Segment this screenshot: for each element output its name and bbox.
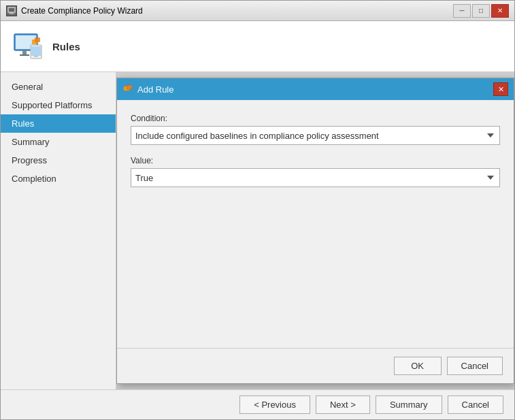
svg-rect-5 (22, 50, 27, 54)
wizard-content: Rules General Supported Platforms Rules … (1, 21, 514, 419)
modal-title-text: Add Rule (137, 84, 173, 95)
modal-body: Condition: Include configured baselines … (117, 100, 514, 348)
cancel-button[interactable]: Cancel (448, 395, 503, 414)
condition-select[interactable]: Include configured baselines in complian… (131, 126, 500, 145)
modal-icon (122, 84, 133, 95)
main-content: Specify the rules for a compliant device (116, 72, 514, 389)
wizard-header: Rules (1, 21, 514, 72)
ok-button[interactable]: OK (394, 357, 442, 375)
previous-button[interactable]: < Previous (239, 395, 310, 414)
minimize-button[interactable]: ─ (453, 4, 471, 18)
modal-close-button[interactable]: ✕ (493, 82, 508, 96)
wizard-icon-area (12, 30, 44, 63)
modal-empty-area (131, 198, 500, 334)
add-rule-dialog: Add Rule ✕ Condition: Include configured… (116, 78, 514, 384)
modal-title-bar: Add Rule ✕ (117, 78, 514, 100)
value-group: Value: True False (131, 156, 500, 187)
modal-title-left: Add Rule (122, 84, 173, 95)
title-bar-left: Create Compliance Policy Wizard (6, 5, 143, 16)
svg-rect-0 (8, 7, 15, 12)
outer-window: Create Compliance Policy Wizard ─ □ ✕ (0, 0, 515, 420)
modal-footer: OK Cancel (117, 348, 514, 383)
svg-rect-13 (127, 85, 132, 89)
sidebar-item-supported-platforms[interactable]: Supported Platforms (1, 96, 116, 114)
maximize-button[interactable]: □ (472, 4, 490, 18)
title-bar-icon (6, 5, 17, 16)
cancel-button[interactable]: Cancel (447, 357, 503, 375)
svg-rect-1 (10, 12, 13, 14)
value-select[interactable]: True False (131, 168, 500, 187)
svg-rect-6 (20, 54, 29, 56)
title-bar: Create Compliance Policy Wizard ─ □ ✕ (1, 1, 514, 21)
condition-label: Condition: (131, 114, 500, 123)
summary-button[interactable]: Summary (376, 395, 442, 414)
computer-icon (12, 30, 44, 63)
value-label: Value: (131, 156, 500, 165)
svg-rect-9 (34, 56, 38, 57)
sidebar-item-general[interactable]: General (1, 78, 116, 96)
sidebar-item-completion[interactable]: Completion (1, 169, 116, 188)
title-bar-controls: ─ □ ✕ (453, 4, 509, 18)
next-button[interactable]: Next > (316, 395, 370, 414)
window-title: Create Compliance Policy Wizard (21, 6, 143, 16)
wizard-header-title: Rules (52, 41, 80, 52)
wizard-body: General Supported Platforms Rules Summar… (1, 72, 514, 389)
sidebar-item-progress[interactable]: Progress (1, 151, 116, 169)
svg-rect-2 (9, 13, 14, 14)
close-button[interactable]: ✕ (491, 4, 509, 18)
sidebar-item-summary[interactable]: Summary (1, 133, 116, 151)
svg-rect-8 (31, 46, 41, 56)
wizard-footer: < Previous Next > Summary Cancel (1, 389, 514, 419)
sidebar-item-rules[interactable]: Rules (1, 114, 116, 133)
modal-overlay: Add Rule ✕ Condition: Include configured… (116, 72, 514, 389)
condition-group: Condition: Include configured baselines … (131, 114, 500, 145)
svg-rect-11 (35, 37, 40, 42)
sidebar: General Supported Platforms Rules Summar… (1, 72, 116, 389)
